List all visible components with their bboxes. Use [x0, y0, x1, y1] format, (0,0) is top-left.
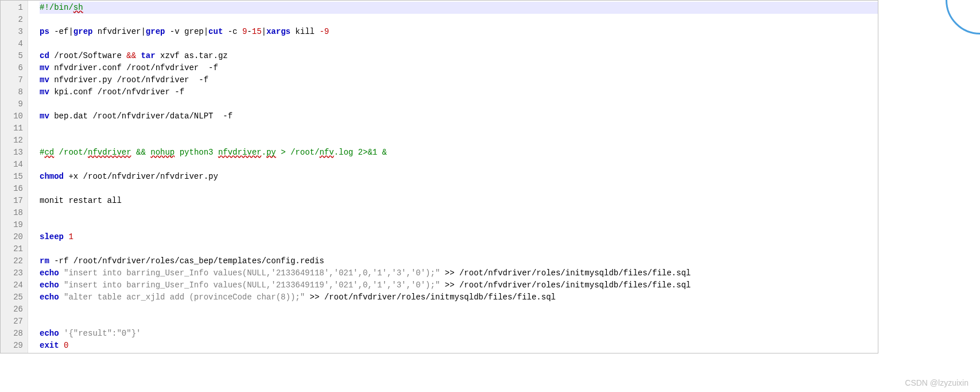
- code-token: "insert into barring_User_Info values(NU…: [64, 268, 440, 278]
- code-line[interactable]: exit 0: [40, 340, 878, 352]
- code-line[interactable]: monit restart all: [40, 195, 878, 207]
- code-line[interactable]: [40, 303, 878, 316]
- code-token: >> /root/nfvdriver/roles/initmysqldb/fil…: [305, 293, 556, 302]
- line-number: 19: [3, 219, 23, 231]
- code-line[interactable]: [40, 219, 878, 231]
- code-line[interactable]: [40, 122, 878, 134]
- line-number: 9: [3, 98, 23, 110]
- code-line[interactable]: #cd /root/nfvdriver && nohup python3 nfv…: [40, 147, 878, 159]
- code-line[interactable]: [40, 98, 878, 110]
- code-line[interactable]: sleep 1: [40, 231, 878, 243]
- code-line[interactable]: rm -rf /root/nfvdriver/roles/cas_bep/tem…: [40, 255, 878, 267]
- code-token: -c: [223, 27, 242, 36]
- line-number: 1: [3, 2, 23, 14]
- code-token: /root/Software: [49, 51, 126, 60]
- code-token: kpi.conf /root/nfvdriver -f: [49, 87, 184, 97]
- code-token: &&: [126, 51, 136, 60]
- code-line[interactable]: chmod +x /root/nfvdriver/nfvdriver.py: [40, 171, 878, 183]
- code-token: echo: [40, 268, 59, 278]
- code-token: grep: [146, 27, 165, 36]
- code-token: -v grep|: [165, 27, 208, 36]
- code-line[interactable]: [40, 14, 878, 26]
- code-token: |: [262, 27, 266, 36]
- line-number: 11: [3, 122, 23, 134]
- code-line[interactable]: [40, 243, 878, 255]
- code-token: 15: [252, 27, 262, 36]
- code-token: nfvdriver.conf /root/nfvdriver -f: [49, 63, 218, 72]
- code-token: grep: [73, 27, 93, 36]
- line-number: 25: [3, 291, 23, 303]
- code-line[interactable]: [40, 159, 878, 171]
- code-token: kill: [290, 27, 319, 36]
- code-token: nfvdriver.py /root/nfvdriver -f: [49, 75, 208, 84]
- line-number: 7: [3, 74, 23, 86]
- code-token: exit: [40, 341, 59, 350]
- code-line[interactable]: cd /root/Software && tar xzvf as.tar.gz: [40, 50, 878, 62]
- code-editor[interactable]: 1234567891011121314151617181920212223242…: [0, 0, 878, 353]
- code-token: >> /root/nfvdriver/roles/initmysqldb/fil…: [440, 280, 691, 290]
- line-number: 22: [3, 255, 23, 267]
- code-token: > /root/: [276, 148, 320, 157]
- code-line[interactable]: echo '{"result":"0"}': [40, 328, 878, 340]
- line-number: 3: [3, 26, 23, 38]
- code-token: nfvdriver|: [92, 27, 145, 36]
- code-token: sh: [73, 3, 83, 12]
- code-token: mv: [40, 112, 49, 121]
- code-token: sleep: [40, 232, 64, 241]
- code-token: [59, 329, 64, 338]
- line-number: 6: [3, 62, 23, 74]
- line-number-gutter: 1234567891011121314151617181920212223242…: [1, 1, 28, 353]
- code-token: #!/bin/: [40, 3, 73, 12]
- decorative-arc: [946, 0, 980, 34]
- code-token: nfv: [319, 148, 334, 157]
- line-number: 18: [3, 207, 23, 219]
- code-line[interactable]: echo "insert into barring_User_Info valu…: [40, 267, 878, 279]
- watermark-text: CSDN @lzyzuixin: [905, 378, 969, 387]
- code-token: cd: [40, 51, 49, 60]
- line-number: 4: [3, 38, 23, 50]
- code-token: 0: [64, 341, 68, 350]
- code-token: nohup: [150, 148, 175, 157]
- code-line[interactable]: [40, 183, 878, 195]
- line-number: 10: [3, 110, 23, 122]
- code-token: bep.dat /root/nfvdriver/data/NLPT -f: [49, 112, 233, 121]
- code-area[interactable]: #!/bin/sh ps -ef|grep nfvdriver|grep -v …: [28, 1, 878, 353]
- code-line[interactable]: mv nfvdriver.py /root/nfvdriver -f: [40, 74, 878, 86]
- code-token: [59, 293, 64, 302]
- code-line[interactable]: mv nfvdriver.conf /root/nfvdriver -f: [40, 62, 878, 74]
- code-token: monit restart all: [40, 196, 122, 205]
- line-number: 28: [3, 328, 23, 340]
- code-token: cd: [44, 148, 54, 157]
- code-token: [59, 341, 64, 350]
- code-token: echo: [40, 329, 59, 338]
- code-line[interactable]: ps -ef|grep nfvdriver|grep -v grep|cut -…: [40, 26, 878, 38]
- code-token: tar: [141, 51, 155, 60]
- code-token: &&: [131, 148, 151, 157]
- code-line[interactable]: [40, 38, 878, 50]
- line-number: 8: [3, 86, 23, 98]
- code-line[interactable]: #!/bin/sh: [40, 2, 878, 14]
- code-token: mv: [40, 87, 49, 97]
- code-line[interactable]: [40, 316, 878, 328]
- code-token: -rf /root/nfvdriver/roles/cas_bep/templa…: [49, 256, 324, 266]
- code-line[interactable]: mv bep.dat /root/nfvdriver/data/NLPT -f: [40, 110, 878, 122]
- code-token: -ef|: [49, 27, 73, 36]
- code-token: "insert into barring_User_Info values(NU…: [64, 280, 440, 290]
- code-token: -: [247, 27, 251, 36]
- code-line[interactable]: [40, 134, 878, 147]
- code-token: rm: [40, 256, 49, 266]
- line-number: 24: [3, 279, 23, 291]
- line-number: 23: [3, 267, 23, 279]
- code-line[interactable]: [40, 207, 878, 219]
- code-line[interactable]: mv kpi.conf /root/nfvdriver -f: [40, 86, 878, 98]
- code-token: cut: [208, 27, 223, 36]
- code-token: .: [262, 148, 266, 157]
- code-token: python3: [175, 148, 218, 157]
- code-token: /root/: [54, 148, 88, 157]
- code-token: echo: [40, 293, 59, 302]
- code-line[interactable]: echo "alter table acr_xjld add (province…: [40, 291, 878, 303]
- code-line[interactable]: echo "insert into barring_User_Info valu…: [40, 279, 878, 291]
- code-token: [59, 280, 64, 290]
- code-token: xzvf as.tar.gz: [156, 51, 228, 60]
- code-token: ps: [40, 27, 49, 36]
